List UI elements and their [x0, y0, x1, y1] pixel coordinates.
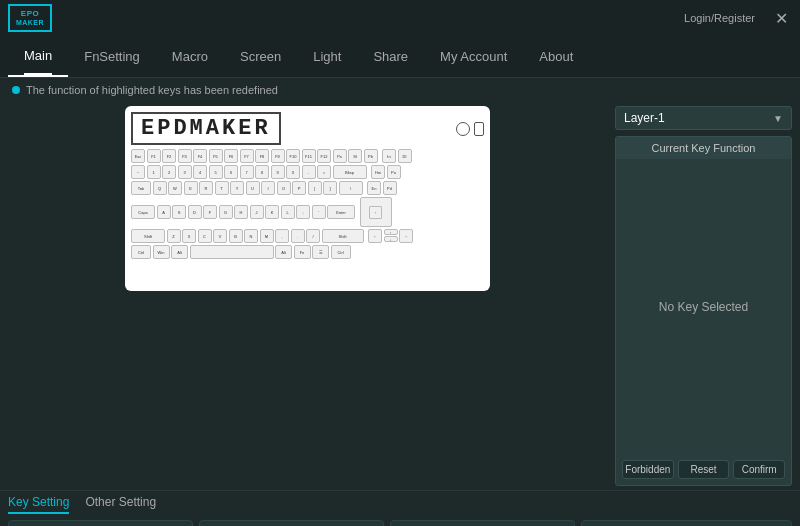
key-minus[interactable]: - [302, 165, 316, 179]
key-f[interactable]: F [203, 205, 217, 219]
key-w[interactable]: W [168, 181, 182, 195]
key-u[interactable]: U [246, 181, 260, 195]
key-l[interactable]: L [281, 205, 295, 219]
tab-key-setting[interactable]: Key Setting [8, 495, 69, 514]
key-quote[interactable]: ' [312, 205, 326, 219]
key-lshift[interactable]: Shift [131, 229, 165, 243]
key-f10[interactable]: F10 [286, 149, 300, 163]
key-tab[interactable]: Tab [131, 181, 151, 195]
key-scrlk[interactable]: Sl [348, 149, 362, 163]
key-lalt[interactable]: Alt [171, 245, 188, 259]
keyboard-keys[interactable]: Esc F1 F2 F3 F4 F5 F6 F7 F8 F9 F10 F11 F… [131, 149, 484, 285]
key-capslock[interactable]: Caps [131, 205, 155, 219]
key-t[interactable]: T [215, 181, 229, 195]
key-backslash[interactable]: \ [339, 181, 363, 195]
forbidden-button[interactable]: Forbidden [622, 460, 674, 479]
key-rshift[interactable]: Shift [322, 229, 364, 243]
key-i[interactable]: I [261, 181, 275, 195]
key-j[interactable]: J [250, 205, 264, 219]
nav-item-myaccount[interactable]: My Account [424, 36, 523, 77]
key-q[interactable]: Q [153, 181, 167, 195]
key-0[interactable]: 0 [286, 165, 300, 179]
key-8[interactable]: 8 [255, 165, 269, 179]
nav-item-share[interactable]: Share [357, 36, 424, 77]
key-down[interactable]: ↓ [384, 236, 398, 242]
key-7[interactable]: 7 [240, 165, 254, 179]
tab-other-setting[interactable]: Other Setting [85, 495, 156, 514]
layer-selector[interactable]: Layer-1 ▼ [615, 106, 792, 130]
key-f9[interactable]: F9 [271, 149, 285, 163]
key-v[interactable]: V [213, 229, 227, 243]
key-prtsc[interactable]: Ps [333, 149, 347, 163]
key-enter[interactable]: Enter [327, 205, 355, 219]
key-equal[interactable]: = [317, 165, 331, 179]
key-f7[interactable]: F7 [240, 149, 254, 163]
key-r[interactable]: R [199, 181, 213, 195]
key-pgdn[interactable]: Pd [383, 181, 397, 195]
nav-item-macro[interactable]: Macro [156, 36, 224, 77]
key-ralt[interactable]: Alt [275, 245, 292, 259]
key-fn[interactable]: Fn [294, 245, 311, 259]
key-9[interactable]: 9 [271, 165, 285, 179]
key-backspace[interactable]: Bksp [333, 165, 367, 179]
key-d[interactable]: D [188, 205, 202, 219]
key-h[interactable]: H [234, 205, 248, 219]
key-f1[interactable]: F1 [147, 149, 161, 163]
key-b[interactable]: B [229, 229, 243, 243]
key-lwin[interactable]: Win [153, 245, 170, 259]
key-x[interactable]: X [182, 229, 196, 243]
key-lbracket[interactable]: [ [308, 181, 322, 195]
key-up[interactable]: ↑ [369, 206, 382, 219]
key-right[interactable]: → [399, 229, 413, 243]
nav-item-light[interactable]: Light [297, 36, 357, 77]
nav-item-main[interactable]: Main [8, 36, 68, 77]
key-rctrl[interactable]: Ctrl [331, 245, 351, 259]
key-rbracket[interactable]: ] [323, 181, 337, 195]
key-menu[interactable]: ☰ [312, 245, 329, 259]
nav-item-about[interactable]: About [523, 36, 589, 77]
key-esc[interactable]: Esc [131, 149, 145, 163]
key-comma[interactable]: , [275, 229, 289, 243]
key-g[interactable]: G [219, 205, 233, 219]
key-up[interactable]: ↑ [384, 229, 398, 235]
key-del[interactable]: Dl [398, 149, 412, 163]
key-p[interactable]: P [292, 181, 306, 195]
key-home[interactable]: Hm [371, 165, 385, 179]
nav-item-fnsetting[interactable]: FnSetting [68, 36, 156, 77]
key-o[interactable]: O [277, 181, 291, 195]
key-z[interactable]: Z [167, 229, 181, 243]
key-s[interactable]: S [172, 205, 186, 219]
key-a[interactable]: A [157, 205, 171, 219]
key-c[interactable]: C [198, 229, 212, 243]
key-f5[interactable]: F5 [209, 149, 223, 163]
key-f8[interactable]: F8 [255, 149, 269, 163]
key-6[interactable]: 6 [224, 165, 238, 179]
key-e[interactable]: E [184, 181, 198, 195]
confirm-button[interactable]: Confirm [733, 460, 785, 479]
nav-item-screen[interactable]: Screen [224, 36, 297, 77]
key-k[interactable]: K [265, 205, 279, 219]
key-period[interactable]: . [291, 229, 305, 243]
key-lctrl[interactable]: Ctrl [131, 245, 151, 259]
reset-key-button[interactable]: Reset [678, 460, 730, 479]
key-pgup[interactable]: Pu [387, 165, 401, 179]
key-y[interactable]: Y [230, 181, 244, 195]
key-n[interactable]: N [244, 229, 258, 243]
key-m[interactable]: M [260, 229, 274, 243]
key-f6[interactable]: F6 [224, 149, 238, 163]
key-f4[interactable]: F4 [193, 149, 207, 163]
key-semicolon[interactable]: ; [296, 205, 310, 219]
key-f12[interactable]: F12 [317, 149, 331, 163]
key-5[interactable]: 5 [209, 165, 223, 179]
key-pause[interactable]: Pb [364, 149, 378, 163]
key-slash[interactable]: / [306, 229, 320, 243]
key-space[interactable] [190, 245, 274, 259]
key-f11[interactable]: F11 [302, 149, 316, 163]
login-register-link[interactable]: Login/Register [684, 12, 755, 24]
key-left[interactable]: ← [368, 229, 382, 243]
key-3[interactable]: 3 [178, 165, 192, 179]
key-f3[interactable]: F3 [178, 149, 192, 163]
key-ins[interactable]: In [382, 149, 396, 163]
key-end[interactable]: En [367, 181, 381, 195]
key-4[interactable]: 4 [193, 165, 207, 179]
